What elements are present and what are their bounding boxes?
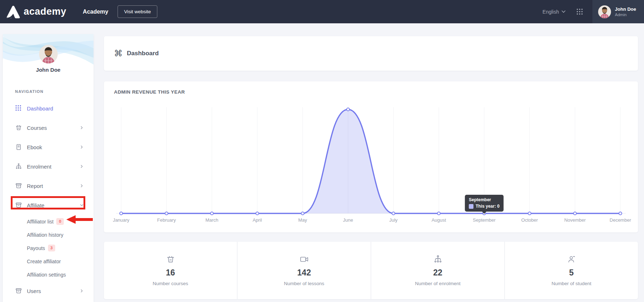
tooltip-month: September xyxy=(469,197,500,202)
count-badge: 3 xyxy=(48,245,55,251)
sidebar-subitem-affiliator-list[interactable]: Affliliator list 0 xyxy=(3,215,94,228)
subitem-label: Payouts xyxy=(27,245,45,251)
data-point-marker[interactable] xyxy=(165,212,168,215)
month-label: February xyxy=(157,217,176,223)
sidebar-subitem-payouts[interactable]: Payouts 3 xyxy=(3,241,94,255)
chevron-right-icon xyxy=(79,145,84,150)
stat-number-enrolment: 22 Number of enrolment xyxy=(371,242,504,299)
logo[interactable]: academy xyxy=(6,5,66,19)
subitem-label: Create affiliator xyxy=(27,259,61,264)
language-dropdown[interactable]: English xyxy=(543,9,566,15)
month-label: August xyxy=(431,217,446,223)
sidebar-item-enrolment[interactable]: Enrolment xyxy=(3,157,94,176)
month-label: July xyxy=(389,217,398,223)
logo-a-icon xyxy=(6,5,21,19)
user-avatar xyxy=(598,5,611,18)
basket-icon xyxy=(166,255,175,264)
user-name: John Doe xyxy=(615,6,636,12)
page-title: Dashboard xyxy=(127,50,159,57)
language-label: English xyxy=(543,9,559,15)
stat-label: Number courses xyxy=(153,281,188,286)
chart-title: ADMIN REVENUE THIS YEAR xyxy=(114,89,185,95)
sidebar-item-dashboard[interactable]: Dashboard xyxy=(3,99,94,118)
subitem-label: Affliliator list xyxy=(27,219,53,225)
sidebar-item-label: Report xyxy=(27,183,79,189)
data-point-marker[interactable] xyxy=(619,212,622,215)
stat-number-courses: 16 Number courses xyxy=(104,242,237,299)
app-name: Academy xyxy=(83,9,108,15)
month-label: September xyxy=(473,217,496,223)
navigation-section-label: NAVIGATION xyxy=(15,89,94,94)
sidebar-item-affiliate[interactable]: Affiliate xyxy=(3,195,94,215)
data-point-marker[interactable] xyxy=(573,212,576,215)
student-person-icon xyxy=(567,255,576,264)
chevron-right-icon xyxy=(79,288,84,293)
profile-avatar[interactable] xyxy=(39,45,58,63)
month-label: November xyxy=(564,217,586,223)
grid-dots-icon xyxy=(15,105,22,112)
video-camera-icon xyxy=(300,255,309,264)
stat-label: Number of lessons xyxy=(284,281,324,286)
data-point-marker[interactable] xyxy=(301,212,304,215)
stat-value: 142 xyxy=(297,268,311,278)
page-header-card: ⌘ Dashboard xyxy=(104,36,638,71)
basket-icon xyxy=(15,124,22,131)
month-label: October xyxy=(521,217,538,223)
chevron-right-icon xyxy=(79,164,84,169)
sidebar-item-label: Courses xyxy=(27,125,79,131)
sidebar-item-courses[interactable]: Courses xyxy=(3,118,94,137)
month-label: June xyxy=(343,217,353,223)
chart-tooltip: September This year: 0 xyxy=(465,195,504,212)
count-badge: 0 xyxy=(56,218,63,225)
sidebar-item-label: Ebook xyxy=(27,144,79,150)
sitemap-icon xyxy=(433,255,443,264)
month-label: January xyxy=(113,217,130,223)
sidebar-item-label: Affiliate xyxy=(27,202,79,208)
stat-value: 5 xyxy=(569,268,574,278)
command-icon: ⌘ xyxy=(114,48,123,58)
archive-box-icon xyxy=(15,182,22,189)
sidebar-subitem-create-affiliator[interactable]: Create affiliator xyxy=(3,255,94,268)
sidebar-item-label: Dashboard xyxy=(27,105,84,112)
tooltip-value: This year: 0 xyxy=(476,204,500,209)
data-point-marker[interactable] xyxy=(528,212,531,215)
data-point-marker[interactable] xyxy=(210,212,213,215)
sidebar-subitem-affiliation-settings[interactable]: Affiliation settings xyxy=(3,268,94,281)
subitem-label: Affiliation history xyxy=(27,232,63,238)
sidebar-item-ebook[interactable]: Ebook xyxy=(3,137,94,157)
stat-value: 16 xyxy=(166,268,175,278)
apps-grid-icon[interactable] xyxy=(576,8,583,15)
stat-number-students: 5 Number of student xyxy=(504,242,638,299)
data-point-marker[interactable] xyxy=(256,212,259,215)
series-swatch xyxy=(469,204,473,209)
month-label: December xyxy=(610,217,631,223)
revenue-area-chart[interactable]: JanuaryFebruaryMarchAprilMayJuneJulyAugu… xyxy=(104,81,638,232)
subitem-label: Affiliation settings xyxy=(27,272,66,278)
sidebar-item-report[interactable]: Report xyxy=(3,176,94,195)
sidebar-item-label: Users xyxy=(27,288,79,294)
data-point-marker[interactable] xyxy=(392,212,395,215)
sitemap-icon xyxy=(15,163,22,170)
data-point-marker[interactable] xyxy=(437,212,440,215)
revenue-chart-card: ADMIN REVENUE THIS YEAR JanuaryFebruaryM… xyxy=(104,81,638,232)
month-label: March xyxy=(205,217,218,223)
stat-label: Number of enrolment xyxy=(415,281,461,286)
user-menu[interactable]: John Doe Admin xyxy=(592,0,644,23)
top-navbar: academy Academy Visit website English xyxy=(0,0,644,23)
sidebar-item-label: Enrolment xyxy=(27,164,79,170)
data-point-marker[interactable] xyxy=(120,212,123,215)
profile-name: John Doe xyxy=(3,67,94,73)
visit-website-button[interactable]: Visit website xyxy=(118,5,157,18)
chevron-right-icon xyxy=(79,125,84,130)
stat-value: 22 xyxy=(433,268,443,278)
archive-box-icon xyxy=(15,202,22,209)
chevron-right-icon xyxy=(79,183,84,188)
month-label: May xyxy=(298,217,307,223)
chevron-down-icon xyxy=(562,10,566,13)
sidebar-subitem-affiliation-history[interactable]: Affiliation history xyxy=(3,228,94,241)
sidebar: John Doe NAVIGATION Dashboard Courses xyxy=(3,34,94,302)
data-point-marker[interactable] xyxy=(347,108,349,111)
chevron-down-icon xyxy=(79,203,84,208)
month-label: April xyxy=(253,217,262,223)
sidebar-item-users[interactable]: Users xyxy=(3,281,94,301)
